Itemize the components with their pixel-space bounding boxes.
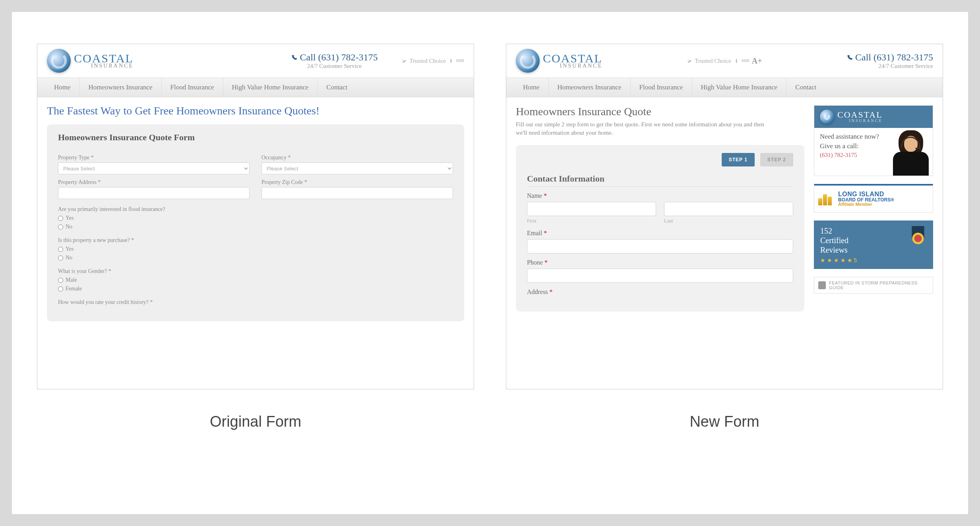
nav-item-flood[interactable]: Flood Insurance [631, 78, 692, 97]
credit-question: How would you rate your credit history? … [58, 299, 453, 306]
opt-male-label: Male [66, 277, 77, 283]
trusted-choice-text: Trusted Choice [695, 58, 731, 64]
page-subtitle: Fill out our simple 2 step form to get t… [516, 120, 770, 137]
phone-label-text: Phone [527, 259, 543, 266]
leaf-icon [687, 58, 692, 64]
star-rating: ★ ★ ★ ★ ★ 5 [820, 257, 857, 263]
nav-item-homeowners[interactable]: Homeowners Insurance [80, 78, 162, 97]
torch-icon [448, 58, 454, 64]
form-heading: Homeowners Insurance Quote Form [58, 132, 453, 143]
nav-item-contact[interactable]: Contact [318, 78, 356, 97]
original-form-card: Homeowners Insurance Quote Form Property… [47, 124, 464, 321]
gender-male-radio[interactable] [58, 278, 63, 283]
original-caption: Original Form [37, 413, 474, 430]
torch-icon [734, 58, 739, 64]
logo-swirl-icon [820, 110, 834, 124]
brand-main: COASTAL [837, 111, 883, 119]
flood-yes-radio[interactable] [58, 216, 63, 221]
last-name-hint: Last [664, 218, 793, 224]
nav-item-highvalue[interactable]: High Value Home Insurance [692, 78, 787, 97]
call-sub: 24/7 Customer Service [846, 63, 933, 70]
nav-item-flood[interactable]: Flood Insurance [162, 78, 223, 97]
opt-female-label: Female [66, 286, 82, 292]
original-form-panel: COASTAL INSURANCE Call (631) 782-3175 24… [37, 44, 474, 389]
new-form-card: STEP 1 STEP 2 Contact Information Name *… [516, 145, 804, 311]
nav-item-home[interactable]: Home [514, 78, 549, 97]
phone-icon [291, 54, 297, 61]
phone-label: Phone * [527, 259, 793, 266]
bbb-icon: BBB [456, 59, 464, 63]
page-title: Homeowners Insurance Quote [516, 105, 804, 118]
property-type-label: Property Type * [58, 155, 250, 161]
phone-input[interactable] [527, 269, 793, 283]
property-address-input[interactable] [58, 187, 250, 199]
step-2-button[interactable]: STEP 2 [760, 153, 793, 166]
reviews-line-3: Reviews [820, 245, 857, 255]
property-zip-label: Property Zip Code * [261, 179, 453, 186]
brand-logo[interactable]: COASTAL INSURANCE [516, 49, 602, 73]
new-purchase-question: Is this property a new purchase? * [58, 237, 453, 244]
reviews-widget[interactable]: 152 Certified Reviews ★ ★ ★ ★ ★ 5 [814, 220, 933, 269]
opt-yes-label: Yes [66, 246, 74, 252]
new-main-column: Homeowners Insurance Quote Fill out our … [516, 105, 804, 311]
trusted-choice-badge: Trusted Choice BBB [401, 58, 464, 64]
nav-item-homeowners[interactable]: Homeowners Insurance [549, 78, 631, 97]
call-block[interactable]: Call (631) 782-3175 24/7 Customer Servic… [846, 52, 933, 70]
nav-item-highvalue[interactable]: High Value Home Insurance [223, 78, 318, 97]
new-caption: New Form [506, 413, 943, 430]
property-address-label: Property Address * [58, 179, 250, 186]
sidebar: COASTAL INSURANCE Need assistance now? G… [814, 105, 933, 311]
featured-text: FEATURED IN STORM PREPAREDNESS GUIDE [829, 280, 929, 290]
nav-item-contact[interactable]: Contact [786, 78, 825, 97]
first-name-hint: First [527, 218, 656, 224]
logo-swirl-icon [516, 49, 540, 73]
gender-male-option[interactable]: Male [58, 277, 453, 283]
newpurchase-yes-radio[interactable] [58, 247, 63, 252]
call-line: Call (631) 782-3175 [291, 52, 378, 63]
reviews-count: 152 [820, 226, 857, 236]
flood-no-radio[interactable] [58, 224, 63, 230]
libor-buildings-icon [818, 193, 834, 205]
occupancy-select[interactable]: Please Select [261, 162, 453, 174]
name-label-text: Name [527, 192, 542, 199]
bbb-rating: A+ [752, 56, 762, 66]
featured-square-icon [818, 281, 826, 289]
email-input[interactable] [527, 239, 793, 253]
assistance-widget-body: Need assistance now? Give us a call: (63… [814, 128, 933, 176]
main-nav: Home Homeowners Insurance Flood Insuranc… [506, 77, 943, 97]
featured-badge: FEATURED IN STORM PREPAREDNESS GUIDE [814, 277, 933, 294]
new-form-panel: COASTAL INSURANCE Trusted Choice BBB A+ [506, 44, 943, 389]
last-name-input[interactable] [664, 202, 793, 216]
flood-no-option[interactable]: No [58, 224, 453, 230]
rating-value: 5 [854, 257, 857, 263]
brand-main: COASTAL [543, 53, 602, 64]
first-name-input[interactable] [527, 202, 656, 216]
assistance-widget-header: COASTAL INSURANCE [814, 106, 933, 128]
call-block[interactable]: Call (631) 782-3175 24/7 Customer Servic… [291, 52, 378, 70]
step-1-button[interactable]: STEP 1 [722, 153, 755, 166]
libor-badge: LONG ISLAND BOARD OF REALTORS® Affiliate… [814, 184, 933, 213]
opt-no-label: No [66, 255, 72, 261]
logo-text: COASTAL INSURANCE [543, 53, 602, 69]
property-zip-input[interactable] [261, 187, 453, 199]
opt-no-label: No [66, 224, 72, 230]
brand-logo[interactable]: COASTAL INSURANCE [47, 49, 134, 73]
newpurchase-yes-option[interactable]: Yes [58, 246, 453, 252]
reviews-line-2: Certified [820, 236, 857, 245]
libor-line-3: Affiliate Member [838, 202, 894, 207]
nav-item-home[interactable]: Home [45, 78, 80, 97]
newpurchase-no-option[interactable]: No [58, 255, 453, 261]
gender-female-radio[interactable] [58, 286, 63, 292]
occupancy-label: Occupancy * [261, 155, 453, 161]
page-headline: The Fastest Way to Get Free Homeowners I… [37, 97, 474, 120]
property-type-select[interactable]: Please Select [58, 162, 250, 174]
bbb-icon: BBB [742, 59, 750, 63]
address-label-text: Address [527, 288, 548, 295]
contact-section-heading: Contact Information [527, 174, 793, 187]
logo-swirl-icon [47, 49, 71, 73]
newpurchase-no-radio[interactable] [58, 255, 63, 261]
flood-yes-option[interactable]: Yes [58, 215, 453, 221]
gender-female-option[interactable]: Female [58, 286, 453, 292]
call-number: Call (631) 782-3175 [300, 52, 378, 63]
email-label-text: Email [527, 230, 542, 236]
